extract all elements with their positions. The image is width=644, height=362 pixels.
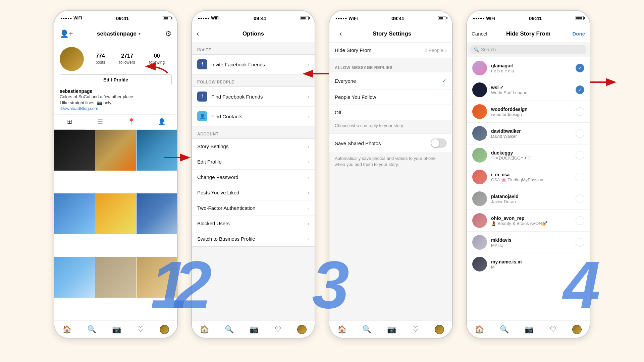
nav-avatar-4[interactable] <box>572 325 582 334</box>
check-arrow <box>587 74 621 92</box>
settings-gear-icon[interactable]: ⚙ <box>165 29 172 38</box>
edit-profile-button[interactable]: Edit Profile <box>60 74 172 85</box>
nav-heart-icon-1[interactable]: ♡ <box>137 325 144 334</box>
photo-grid <box>54 130 177 320</box>
user-avatar-ohio <box>472 213 487 228</box>
photo-cell-7 <box>54 257 95 298</box>
nav-camera-icon-3[interactable]: 📷 <box>387 325 396 334</box>
done-button[interactable]: Done <box>557 31 585 37</box>
bottom-nav-2: 🏠 🔍 📷 ♡ <box>192 320 315 338</box>
option-business[interactable]: Switch to Business Profile › <box>192 231 315 246</box>
user-check-david[interactable] <box>576 129 584 138</box>
nav-camera-icon-4[interactable]: 📷 <box>525 325 534 334</box>
user-check-wsl[interactable]: ✓ <box>576 85 584 94</box>
grid-tabs: ⊞ ☰ 📍 👤 <box>54 114 177 130</box>
cancel-button[interactable]: Cancel <box>472 31 500 37</box>
tab-location[interactable]: 📍 <box>116 115 147 129</box>
status-left-4: ●●●●● WiFi <box>473 16 495 21</box>
reply-everyone[interactable]: Everyone ✓ <box>329 72 452 89</box>
account-section: Story Settings › Edit Profile › Change P… <box>192 138 315 247</box>
option-edit-profile[interactable]: Edit Profile › <box>192 154 315 170</box>
nav-search-icon-2[interactable]: 🔍 <box>225 325 234 334</box>
option-invite-facebook[interactable]: f Invite Facebook Friends › <box>192 55 315 74</box>
user-item-david[interactable]: davidbwalker David Walker <box>467 123 590 144</box>
search-input-wrapper[interactable]: 🔍 Search <box>470 45 586 54</box>
nav-search-icon-3[interactable]: 🔍 <box>362 325 371 334</box>
tab-grid[interactable]: ⊞ <box>54 115 85 129</box>
find-contacts-label: Find Contacts <box>211 114 308 119</box>
user-item-wsl[interactable]: wsl ✓ World Surf League ✓ <box>467 79 590 101</box>
facebook-icon: f <box>197 59 207 69</box>
user-item-woodford[interactable]: woodforddesign woodforddesign <box>467 101 590 123</box>
nav-avatar-1[interactable] <box>160 325 169 334</box>
user-check-myname[interactable] <box>576 260 584 268</box>
user-handle-mkf: MKFD <box>491 243 576 248</box>
user-avatar-myname <box>472 257 487 272</box>
nav-heart-icon-2[interactable]: ♡ <box>275 325 281 334</box>
back-button-2[interactable]: ‹ <box>197 29 199 38</box>
options-list: INVITE f Invite Facebook Friends › FOLLO… <box>192 42 315 320</box>
reply-off[interactable]: Off <box>329 105 452 120</box>
nav-avatar-3[interactable] <box>435 325 444 334</box>
bio-link[interactable]: iDownloadBlog.com <box>60 106 172 111</box>
option-find-facebook[interactable]: f Find Facebook Friends › <box>192 87 315 107</box>
photo-cell-4 <box>54 193 95 234</box>
reply-people-follow[interactable]: People You Follow <box>329 89 452 105</box>
nav-home-icon-1[interactable]: 🏠 <box>62 325 71 334</box>
nav-heart-icon-4[interactable]: ♡ <box>550 325 556 334</box>
nav-home-icon-2[interactable]: 🏠 <box>200 325 209 334</box>
option-posts-liked[interactable]: Posts You've Liked › <box>192 185 315 200</box>
photo-cell-9 <box>137 257 177 298</box>
option-change-password[interactable]: Change Password › <box>192 170 315 185</box>
bio-username: sebastienpage <box>60 88 172 94</box>
profile-username-title[interactable]: sebastienpage ▼ <box>97 31 141 37</box>
user-item-glamagurl[interactable]: glamagurl r e b e c c a ✓ <box>467 57 590 79</box>
add-person-icon[interactable]: 👤+ <box>60 29 73 38</box>
nav-heart-icon-3[interactable]: ♡ <box>412 325 419 334</box>
save-photos-toggle[interactable] <box>431 138 447 148</box>
wifi-icon-3: WiFi <box>348 16 358 21</box>
nav-avatar-2[interactable] <box>297 325 307 334</box>
user-check-mkf[interactable] <box>576 238 584 247</box>
user-check-woodford[interactable] <box>576 107 584 116</box>
status-bar-1: ●●●●● WiFi 09:41 <box>54 11 177 25</box>
user-check-glamagurl[interactable]: ✓ <box>576 64 584 72</box>
user-item-platan[interactable]: platanojavid Javier Duran <box>467 188 590 210</box>
status-right-2 <box>301 16 309 20</box>
save-photos-label: Save Shared Photos <box>335 140 431 146</box>
user-check-imcsa[interactable] <box>576 173 584 181</box>
search-bar: 🔍 Search <box>467 42 590 57</box>
option-find-contacts[interactable]: 👤 Find Contacts › <box>192 107 315 126</box>
nav-camera-icon-2[interactable]: 📷 <box>250 325 259 334</box>
nav-home-icon-4[interactable]: 🏠 <box>475 325 484 334</box>
photo-cell-8 <box>95 257 136 298</box>
search-icon: 🔍 <box>474 47 479 52</box>
status-left-2: ●●●●● WiFi <box>198 16 219 20</box>
user-item-duck[interactable]: duckeggy ♡✦DUCK∃GGY✦♡ <box>467 144 590 166</box>
user-check-platan[interactable] <box>576 194 584 203</box>
option-story-settings[interactable]: Story Settings › <box>192 139 315 154</box>
bottom-nav-3: 🏠 🔍 📷 ♡ <box>329 320 452 338</box>
nav-search-icon-4[interactable]: 🔍 <box>500 325 509 334</box>
tab-tagged[interactable]: 👤 <box>147 115 177 129</box>
hide-story-from-row[interactable]: Hide Story From 2 People › <box>329 42 452 58</box>
nav-search-icon-1[interactable]: 🔍 <box>87 325 96 334</box>
photo-cell-3 <box>137 130 177 170</box>
bio-line-1: Colors of SoCal and a few other place <box>60 94 172 100</box>
user-item-mkf[interactable]: mkfdavis MKFD <box>467 232 590 253</box>
nav-camera-icon-1[interactable]: 📷 <box>112 325 121 334</box>
nav-home-icon-3[interactable]: 🏠 <box>337 325 346 334</box>
user-info-glamagurl: glamagurl r e b e c c a <box>491 63 576 73</box>
user-check-ohio[interactable] <box>576 216 584 225</box>
user-item-myname[interactable]: my.name.is.m M <box>467 253 590 275</box>
user-item-ohio[interactable]: ohio_avon_rep 💄 Beauty & Brains AVON💅 <box>467 210 590 232</box>
option-2fa[interactable]: Two-Factor Authentication › <box>192 200 315 216</box>
user-item-imcsa[interactable]: i_m_csa CSA 🌸 FindingMyPassion <box>467 166 590 188</box>
tab-list[interactable]: ☰ <box>85 115 116 129</box>
photo-cell-1 <box>54 130 95 170</box>
reply-note: Choose who can reply to your story. <box>329 120 452 131</box>
option-blocked[interactable]: Blocked Users › <box>192 216 315 231</box>
user-check-duck[interactable] <box>576 151 584 160</box>
back-button-3[interactable]: ‹ <box>339 29 342 38</box>
posts-count: 774 <box>96 53 105 59</box>
